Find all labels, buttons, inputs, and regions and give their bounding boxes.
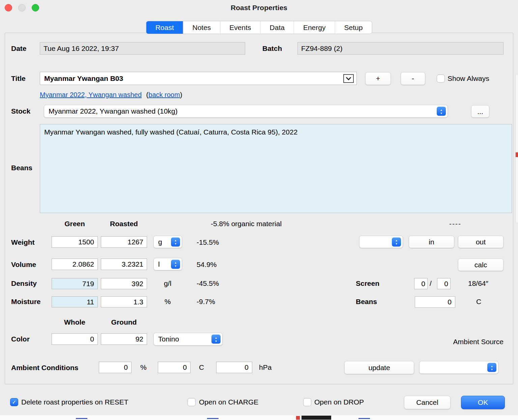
remove-title-button[interactable]: -: [401, 72, 425, 85]
delete-on-reset-checkbox[interactable]: ✓: [10, 398, 18, 406]
tab-energy[interactable]: Energy: [294, 21, 335, 34]
add-title-button[interactable]: +: [365, 72, 391, 85]
open-on-drop-checkbox[interactable]: [303, 398, 311, 406]
tab-roast[interactable]: Roast: [146, 21, 183, 34]
screen-label: Screen: [356, 278, 379, 289]
ambient-conditions-label: Ambient Conditions: [11, 361, 78, 374]
stepper-down-icon: ▾: [175, 264, 176, 268]
stepper-down-icon: ▾: [440, 111, 442, 115]
inout-scale-select[interactable]: ▴▾: [359, 236, 403, 248]
delete-on-reset-label: Delete roast properties on RESET: [21, 395, 128, 409]
bean-temp-unit-text: C: [476, 296, 481, 307]
color-label: Color: [11, 333, 30, 345]
stepper-icon: ▴▾: [487, 363, 496, 372]
ambient-source-select[interactable]: ▴▾: [419, 361, 498, 374]
screen-max-field[interactable]: 0: [437, 278, 451, 289]
weight-unit-value: g: [158, 238, 162, 246]
background-fragment: [516, 152, 518, 157]
stock-select[interactable]: Myanmar 2022, Ywangan washed (10kg) ▴▾: [44, 105, 448, 118]
date-field: Tue Aug 16 2022, 19:37: [40, 42, 245, 55]
stepper-up-icon: ▴: [396, 239, 397, 242]
color-meter-value: Tonino: [158, 335, 179, 343]
weight-out-button[interactable]: out: [458, 236, 503, 248]
update-button[interactable]: update: [344, 361, 414, 374]
background-window-sliver: [515, 75, 518, 222]
template-dashes-text: ----: [433, 220, 477, 228]
store-link[interactable]: back room: [148, 91, 180, 98]
density-percent-text: -45.5%: [197, 278, 219, 289]
weight-label: Weight: [11, 236, 35, 248]
tab-events[interactable]: Events: [220, 21, 260, 34]
open-on-charge-label: Open on CHARGE: [199, 395, 258, 409]
moisture-label: Moisture: [11, 296, 41, 307]
title-label: Title: [11, 72, 26, 85]
title-combobox[interactable]: Myanmar Ywangan B03: [40, 72, 357, 85]
ok-button[interactable]: OK: [461, 396, 505, 409]
cancel-button[interactable]: Cancel: [404, 396, 451, 409]
stepper-up-icon: ▴: [175, 261, 176, 264]
volume-percent-text: 54.9%: [197, 258, 217, 271]
tab-data[interactable]: Data: [260, 21, 294, 34]
tab-bar: Roast Notes Events Data Energy Setup: [146, 21, 372, 34]
weight-roasted-field[interactable]: 1267: [101, 236, 147, 248]
coffee-link[interactable]: Myanmar 2022, Ywangan washed: [40, 91, 142, 98]
stepper-down-icon: ▾: [491, 367, 493, 371]
bean-temp-label: Beans: [356, 296, 377, 307]
batch-field: FZ94-889 (2): [297, 42, 503, 55]
stepper-up-icon: ▴: [215, 336, 217, 339]
volume-green-field[interactable]: 2.0862: [52, 259, 98, 270]
volume-roasted-field[interactable]: 3.2321: [101, 259, 147, 270]
stepper-up-icon: ▴: [491, 364, 493, 367]
paren-close-text: ): [180, 91, 182, 98]
whole-column-header: Whole: [52, 318, 98, 326]
volume-calc-button[interactable]: calc: [458, 259, 503, 271]
weight-green-field[interactable]: 1500: [52, 236, 98, 248]
temperature-field[interactable]: 0: [158, 362, 191, 373]
background-fragment: [301, 416, 331, 420]
color-meter-select[interactable]: Tonino ▴▾: [153, 333, 223, 346]
stepper-icon: ▴▾: [392, 237, 401, 246]
organic-material-text: -5.8% organic material: [182, 220, 310, 228]
humidity-field[interactable]: 0: [99, 362, 132, 373]
roast-properties-window: Roast Properties Roast Notes Events Data…: [0, 0, 518, 420]
volume-unit-value: l: [158, 260, 160, 268]
tab-notes[interactable]: Notes: [183, 21, 220, 34]
background-fragment: [296, 416, 300, 420]
stepper-icon: ▴▾: [437, 107, 446, 116]
moisture-roasted-field[interactable]: 1.3: [101, 296, 147, 307]
pressure-unit-text: hPa: [259, 361, 271, 373]
batch-label: Batch: [262, 42, 282, 55]
stock-select-value: Myanmar 2022, Ywangan washed (10kg): [49, 107, 178, 115]
color-ground-field[interactable]: 92: [101, 333, 147, 345]
stock-more-button[interactable]: ...: [471, 105, 489, 118]
moisture-green-field[interactable]: 11: [52, 296, 98, 307]
beans-textarea[interactable]: Myanmar Ywangan washed, fully washed (Ca…: [40, 124, 512, 213]
screen-min-field[interactable]: 0: [414, 278, 428, 289]
weight-percent-text: -15.5%: [197, 236, 219, 248]
density-roasted-field[interactable]: 392: [101, 278, 147, 289]
moisture-percent-text: -9.7%: [197, 296, 215, 307]
open-on-charge-checkbox[interactable]: [188, 398, 196, 406]
volume-unit-select[interactable]: l ▴▾: [153, 258, 182, 270]
tab-setup[interactable]: Setup: [335, 21, 372, 34]
background-fragment: [207, 418, 219, 419]
bean-temp-field[interactable]: 0: [415, 296, 455, 308]
show-always-label: Show Always: [448, 72, 489, 85]
pressure-field[interactable]: 0: [216, 362, 252, 373]
beans-label: Beans: [11, 164, 32, 172]
density-label: Density: [11, 278, 37, 289]
roasted-column-header: Roasted: [101, 220, 147, 228]
weight-unit-select[interactable]: g ▴▾: [153, 236, 182, 248]
combo-dropdown-arrow-icon[interactable]: [343, 74, 354, 83]
color-whole-field[interactable]: 0: [52, 333, 98, 345]
weight-in-button[interactable]: in: [409, 236, 454, 248]
ambient-source-label: Ambient Source: [437, 338, 503, 346]
title-combobox-value: Myanmar Ywangan B03: [44, 74, 123, 83]
density-green-field[interactable]: 719: [52, 278, 98, 289]
volume-label: Volume: [11, 258, 36, 271]
date-label: Date: [11, 42, 27, 55]
stepper-down-icon: ▾: [175, 242, 176, 245]
stepper-icon: ▴▾: [171, 260, 180, 269]
moisture-unit-text: %: [157, 296, 178, 307]
show-always-checkbox[interactable]: [437, 74, 445, 83]
